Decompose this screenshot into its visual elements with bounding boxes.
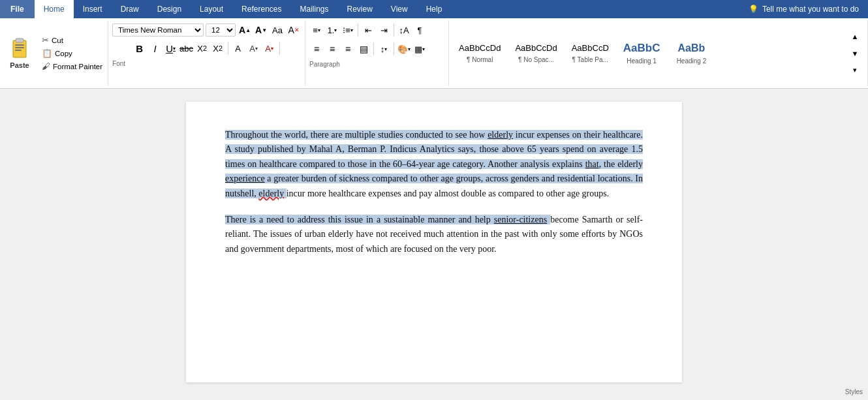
copy-button[interactable]: 📋 Copy [39,47,105,59]
lightbulb-icon: 💡 [749,5,758,14]
format-painter-label: Format Painter [53,63,102,70]
text-effect-button[interactable]: A▾ [247,41,261,55]
paragraph-group: ≡▾ 1.▾ ⁝≡▾ ⇤ ⇥ ↕A ¶ ≡ ≡ ≡ ▤ ↕▾ 🎨▾ ▦▾ Par… [305,20,449,86]
sep-para4 [394,42,394,55]
style-heading2[interactable]: AaBb Heading 2 [668,30,714,77]
svg-rect-0 [13,40,26,57]
tab-mailings[interactable]: Mailings [290,0,337,18]
tell-me-text: Tell me what you want to do [762,5,859,14]
superscript-button[interactable]: X2 [211,41,225,55]
font-row1: Times New Roman Arial Calibri 12 10 11 1… [112,23,301,37]
style-normal[interactable]: AaBbCcDd ¶ Normal [453,30,506,77]
svg-rect-3 [15,47,24,48]
numbering-button[interactable]: 1.▾ [325,23,339,37]
clear-formatting-button[interactable]: A✕ [287,23,301,37]
style-normal-label: ¶ Normal [467,56,493,63]
tab-help[interactable]: Help [417,0,452,18]
shading-button[interactable]: 🎨▾ [397,42,411,56]
increase-indent-button[interactable]: ⇥ [377,23,391,37]
style-h1-preview: AaBbC [623,42,660,55]
subscript-button[interactable]: X2 [195,41,209,55]
borders-button[interactable]: ▦▾ [412,42,427,56]
p1-mid2: , the elderly [599,159,643,169]
font-group-label: Font [112,59,125,69]
decrease-indent-button[interactable]: ⇤ [361,23,375,37]
paste-button[interactable]: Paste [3,22,37,85]
style-h1-label: Heading 1 [627,57,657,65]
p1-elderly1: elderly [488,130,513,140]
svg-rect-1 [16,38,23,42]
para-row2: ≡ ≡ ≡ ▤ ↕▾ 🎨▾ ▦▾ [309,42,444,56]
styles-scroll-down[interactable]: ▼ [848,46,862,61]
paragraph-group-label: Paragraph [309,59,340,69]
styles-scroll-up[interactable]: ▲ [848,29,862,44]
bullets-button[interactable]: ≡▾ [309,23,324,37]
tab-draw[interactable]: Draw [112,0,148,18]
style-tablepa[interactable]: AaBbCcD ¶ Table Pa... [566,30,615,77]
style-h2-preview: AaBb [678,42,705,54]
style-tablepa-preview: AaBbCcD [572,43,609,54]
p2-senior: senior-citizens [494,215,547,224]
change-case-button[interactable]: Aa [270,23,285,37]
p1-elderly2: elderly [258,189,284,198]
paragraph-1: Throughout the world, there are multiple… [225,128,643,201]
separator-v2 [279,42,280,55]
align-left-button[interactable]: ≡ [309,42,324,56]
justify-button[interactable]: ▤ [356,42,371,56]
p1-experience: experience [225,174,265,183]
show-formatting-button[interactable]: ¶ [412,23,427,37]
underline-button[interactable]: U▾ [164,41,178,55]
shrink-font-button[interactable]: A▼ [254,23,268,37]
styles-row: AaBbCcDd ¶ Normal AaBbCcDd ¶ No Spac... … [453,30,846,77]
italic-button[interactable]: I [148,41,163,55]
paragraph-2: There is a need to address this issue in… [225,213,643,256]
tab-layout[interactable]: Layout [191,0,232,18]
bold-button[interactable]: B [132,41,147,55]
scissors-icon: ✂ [42,35,49,45]
ribbon-toolbar: Paste ✂ Cut 📋 Copy 🖌 Format Painter Time… [0,18,868,89]
align-center-button[interactable]: ≡ [325,42,339,56]
cut-button[interactable]: ✂ Cut [39,34,105,46]
style-heading1[interactable]: AaBbC Heading 1 [617,30,666,77]
sort-button[interactable]: ↕A [397,23,411,37]
document-page[interactable]: Throughout the world, there are multiple… [186,102,682,382]
format-painter-button[interactable]: 🖌 Format Painter [39,60,105,72]
style-tablepa-label: ¶ Table Pa... [572,56,608,63]
paste-label: Paste [10,61,29,69]
tab-review[interactable]: Review [338,0,382,18]
sep-para1 [358,23,358,37]
svg-rect-4 [15,50,22,51]
text-highlight-button[interactable]: A [231,41,245,55]
tab-home[interactable]: Home [35,0,74,18]
clipboard-right: ✂ Cut 📋 Copy 🖌 Format Painter [37,22,105,85]
strikethrough-button[interactable]: abc [179,41,194,55]
tab-design[interactable]: Design [148,0,191,18]
styles-more[interactable]: ▾ [848,63,862,78]
font-size-select[interactable]: 12 10 11 14 16 [206,23,236,37]
line-spacing-button[interactable]: ↕▾ [377,42,391,56]
selected-text-2: There is a need to address this issue in… [225,215,550,224]
tab-references[interactable]: References [232,0,290,18]
font-color-button[interactable]: A▾ [262,41,277,55]
style-nospace-label: ¶ No Spac... [518,56,554,63]
style-nospace-preview: AaBbCcDd [515,43,557,54]
align-right-button[interactable]: ≡ [341,42,355,56]
style-nospace[interactable]: AaBbCcDd ¶ No Spac... [509,30,563,77]
grow-font-button[interactable]: A▲ [238,23,252,37]
font-family-select[interactable]: Times New Roman Arial Calibri [112,23,204,37]
document-area: Throughout the world, there are multiple… [0,89,868,395]
styles-scroll-buttons: ▲ ▼ ▾ [846,27,863,80]
font-group: Times New Roman Arial Calibri 12 10 11 1… [108,20,305,86]
tab-view[interactable]: View [382,0,417,18]
tell-me-bar[interactable]: 💡 Tell me what you want to do [739,0,868,18]
p1-that: that [585,159,599,169]
paste-icon [8,38,31,61]
cut-label: Cut [52,37,63,44]
tab-file[interactable]: File [0,0,35,18]
copy-icon: 📋 [42,48,52,58]
multilevel-list-button[interactable]: ⁝≡▾ [341,23,355,37]
svg-rect-2 [15,44,24,46]
sep-para2 [394,23,394,37]
sep-para3 [373,42,374,55]
tab-insert[interactable]: Insert [74,0,112,18]
